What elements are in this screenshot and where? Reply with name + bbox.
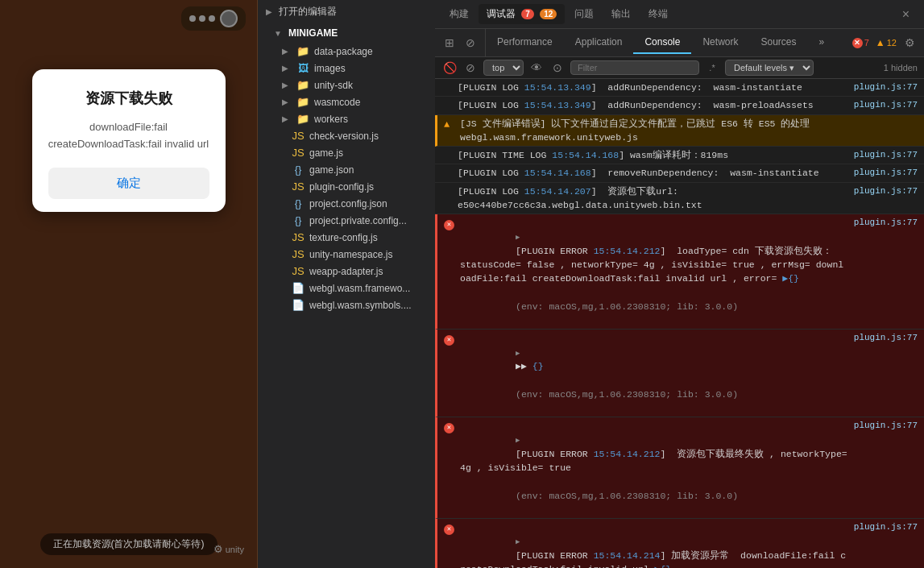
log-entry-warning: ▲ [JS 文件编译错误] 以下文件通过自定义文件配置，已跳过 ES6 转 ES… bbox=[435, 115, 924, 147]
file-icon: 📄 bbox=[292, 299, 305, 311]
subtab-network[interactable]: Network bbox=[691, 31, 749, 54]
tree-item-label: webgl.wasm.symbols.... bbox=[309, 300, 412, 311]
clear-console-icon[interactable]: 🚫 bbox=[441, 60, 458, 76]
loading-status: 正在加载资源(首次加载请耐心等待) bbox=[40, 533, 218, 555]
tab-output[interactable]: 输出 bbox=[603, 4, 639, 24]
tree-item-label: workers bbox=[314, 114, 348, 125]
tree-item-project-config[interactable]: {} project.config.json bbox=[258, 195, 435, 212]
eye-icon[interactable]: 👁 bbox=[528, 60, 545, 76]
tree-item-weapp-adapter[interactable]: JS weapp-adapter.js bbox=[258, 263, 435, 280]
log-entry-error-4: ✕ ▶ [PLUGIN ERROR 15:54.14.214] 加载资源异常 d… bbox=[435, 519, 924, 568]
subtab-application[interactable]: Application bbox=[564, 31, 634, 54]
log-text: ▶ [PLUGIN ERROR 15:54.14.214] 加载资源异常 dow… bbox=[460, 520, 847, 568]
sim-controls bbox=[181, 6, 246, 31]
tree-item-game-json[interactable]: {} game.json bbox=[258, 161, 435, 178]
tree-item-project-private[interactable]: {} project.private.config... bbox=[258, 212, 435, 229]
tree-item-unity-namespace[interactable]: JS unity-namespace.js bbox=[258, 246, 435, 263]
tree-item-webgl-framework[interactable]: 📄 webgl.wasm.framewo... bbox=[258, 280, 435, 296]
sim-record-button[interactable] bbox=[220, 10, 238, 27]
devtools-close-btn[interactable]: × bbox=[894, 7, 918, 22]
simulator-toolbar bbox=[0, 0, 257, 37]
ide-main-area: ▶ 打开的编辑器 ▼ MINIGAME ▶ 📁 data-package ▶ 🖼… bbox=[258, 0, 924, 568]
tree-item-workers[interactable]: ▶ 📁 workers bbox=[258, 110, 435, 127]
tree-item-unity-sdk[interactable]: ▶ 📁 unity-sdk bbox=[258, 77, 435, 93]
root-label: MINIGAME bbox=[288, 27, 338, 39]
dialog-title: 资源下载失败 bbox=[85, 89, 172, 108]
tab-issues[interactable]: 问题 bbox=[566, 4, 602, 24]
pause-icon[interactable]: ⊘ bbox=[462, 35, 479, 51]
tree-item-check-version[interactable]: JS check-version.js bbox=[258, 127, 435, 144]
devtools-right-controls: ✕ 7 ▲ 12 ⚙ bbox=[849, 35, 924, 51]
folder-arrow: ▶ bbox=[282, 97, 290, 106]
tree-item-label: webgl.wasm.framewo... bbox=[309, 283, 410, 294]
tree-item-label: weapp-adapter.js bbox=[309, 266, 383, 277]
open-editors-label: 打开的编辑器 bbox=[279, 5, 337, 19]
folder-icon: 📁 bbox=[296, 96, 309, 108]
log-source[interactable]: plugin.js:77 bbox=[854, 98, 918, 112]
img-folder-icon: 🖼 bbox=[296, 62, 309, 74]
minigame-root[interactable]: ▼ MINIGAME bbox=[258, 23, 435, 43]
tree-item-plugin-config[interactable]: JS plugin-config.js bbox=[258, 178, 435, 195]
tree-item-label: project.private.config... bbox=[309, 215, 407, 226]
tree-item-label: texture-config.js bbox=[309, 232, 378, 243]
dialog-confirm-button[interactable]: 确定 bbox=[48, 168, 209, 199]
subtab-performance[interactable]: Performance bbox=[486, 31, 564, 54]
tab-debug[interactable]: 调试器 7 12 bbox=[479, 4, 565, 24]
toggle-filter-icon[interactable]: ⊘ bbox=[462, 60, 479, 76]
log-text: [PLUGIN TIME LOG 15:54.14.168] wasm编译耗时：… bbox=[458, 148, 847, 162]
log-level-select[interactable]: Default levels ▾ bbox=[725, 60, 814, 76]
tree-item-data-package[interactable]: ▶ 📁 data-package bbox=[258, 43, 435, 60]
log-source[interactable]: plugin.js:77 bbox=[854, 216, 918, 230]
expand-arrow[interactable]: ▶ bbox=[516, 437, 520, 445]
log-entry: [PLUGIN LOG 15:54.13.349] addRunDependen… bbox=[435, 97, 924, 114]
open-editors-header[interactable]: ▶ 打开的编辑器 bbox=[258, 0, 435, 23]
context-select[interactable]: top bbox=[483, 60, 524, 76]
folder-arrow: ▶ bbox=[282, 47, 290, 56]
error-dialog: 资源下载失败 downloadFile:fail createDownloadT… bbox=[32, 69, 226, 212]
tree-item-wasmcode[interactable]: ▶ 📁 wasmcode bbox=[258, 93, 435, 110]
subtab-more[interactable]: » bbox=[808, 31, 836, 54]
expand-arrow[interactable]: ▶ bbox=[516, 538, 520, 546]
tab-build[interactable]: 构建 bbox=[441, 4, 477, 24]
tree-item-label: wasmcode bbox=[314, 97, 360, 108]
subtab-console[interactable]: Console bbox=[633, 31, 691, 54]
js-file-icon: JS bbox=[292, 147, 305, 159]
folder-icon: 📁 bbox=[296, 79, 309, 91]
tree-item-game-js[interactable]: JS game.js bbox=[258, 144, 435, 161]
log-source[interactable]: plugin.js:77 bbox=[854, 81, 918, 94]
gear-icon[interactable]: ⚙ bbox=[901, 35, 918, 51]
error-circle: ✕ bbox=[444, 423, 454, 433]
inspect-icon[interactable]: ⊞ bbox=[441, 35, 458, 51]
expand-arrow[interactable]: ▶ bbox=[516, 350, 520, 358]
log-text: [PLUGIN LOG 15:54.13.349] addRunDependen… bbox=[458, 81, 847, 94]
error-icon: ✕ bbox=[444, 420, 457, 434]
devtools-main-tabs-bar: 构建 调试器 7 12 问题 输出 终端 × bbox=[435, 0, 924, 29]
sim-dots bbox=[189, 15, 215, 22]
sim-dot-3 bbox=[209, 15, 215, 22]
log-source[interactable]: plugin.js:77 bbox=[854, 166, 918, 180]
log-entry-error-1: ✕ ▶ [PLUGIN ERROR 15:54.14.212] loadType… bbox=[435, 214, 924, 330]
log-entry: [PLUGIN LOG 15:54.14.168] removeRunDepen… bbox=[435, 164, 924, 182]
tree-item-webgl-symbols[interactable]: 📄 webgl.wasm.symbols.... bbox=[258, 296, 435, 313]
regex-icon[interactable]: .* bbox=[704, 60, 720, 76]
expand-arrow[interactable]: ▶ bbox=[516, 234, 520, 242]
devtools-toolbar: ⊞ ⊘ bbox=[435, 29, 486, 56]
log-source[interactable]: plugin.js:77 bbox=[854, 148, 918, 162]
log-source[interactable]: plugin.js:77 bbox=[854, 520, 918, 534]
error-circle-icon: ✕ bbox=[852, 38, 863, 48]
filter-input[interactable] bbox=[570, 60, 699, 75]
tree-item-texture-config[interactable]: JS texture-config.js bbox=[258, 229, 435, 246]
log-text: [PLUGIN LOG 15:54.14.207] 资源包下载url:e50c4… bbox=[458, 184, 847, 213]
folder-arrow: ▶ bbox=[282, 81, 290, 89]
log-source[interactable]: plugin.js:77 bbox=[854, 331, 918, 345]
subtab-sources[interactable]: Sources bbox=[749, 31, 807, 54]
json-file-icon: {} bbox=[292, 164, 305, 176]
log-source[interactable]: plugin.js:77 bbox=[854, 419, 918, 433]
tree-item-label: images bbox=[314, 63, 346, 74]
log-source[interactable]: plugin.js:77 bbox=[854, 184, 918, 198]
tab-terminal[interactable]: 终端 bbox=[640, 4, 676, 24]
tree-item-images[interactable]: ▶ 🖼 images bbox=[258, 60, 435, 77]
watch-icon[interactable]: ⊙ bbox=[549, 60, 566, 76]
js-file-icon: JS bbox=[292, 248, 305, 260]
log-text: [JS 文件编译错误] 以下文件通过自定义文件配置，已跳过 ES6 转 ES5 … bbox=[460, 117, 918, 145]
